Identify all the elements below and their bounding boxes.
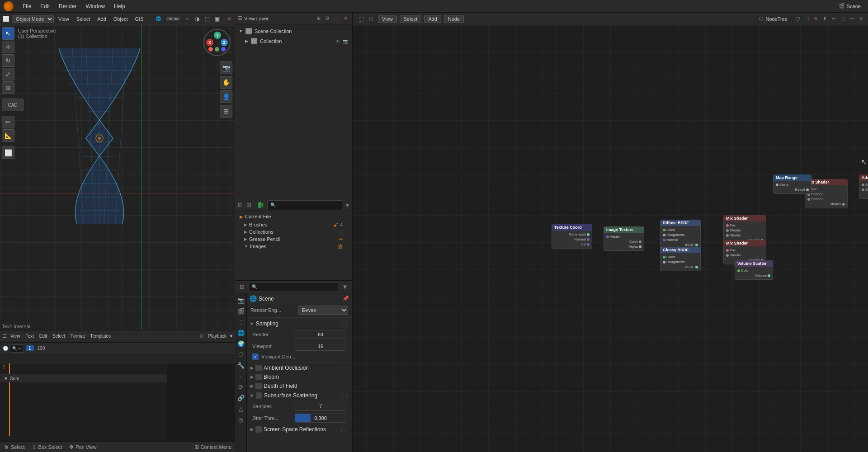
prop-icon-physics[interactable]: ⟳ bbox=[236, 382, 246, 392]
node-menu-select[interactable]: Select bbox=[400, 15, 422, 23]
viewport-denoise-checkbox[interactable]: ✓ bbox=[252, 353, 259, 360]
ambient-occlusion-section[interactable]: ▶ Ambient Occlusion ⋮⋮ bbox=[247, 363, 352, 372]
node-tool-3[interactable]: ⬚ bbox=[839, 15, 846, 23]
timeline-search[interactable]: 🔍 ⇔ bbox=[10, 344, 24, 353]
node-menu-node[interactable]: Node bbox=[444, 15, 464, 23]
viewport-close-btn[interactable]: ✕ bbox=[225, 15, 233, 23]
node-image-texture[interactable]: Image Texture Vector Color Alpha bbox=[604, 226, 644, 251]
scene-pin-btn[interactable]: 📌 bbox=[343, 296, 349, 301]
node-type-icon[interactable]: ⬚ bbox=[356, 14, 366, 24]
prop-icon-data[interactable]: △ bbox=[236, 404, 246, 414]
db-settings-btn[interactable]: ⊞ bbox=[244, 200, 254, 210]
node-diffuse[interactable]: Diffuse BSDF Color Roughness Normal BSDF bbox=[660, 220, 701, 249]
menu-edit[interactable]: Edit bbox=[36, 2, 54, 10]
outliner-fullscreen-icon[interactable]: ⬚ bbox=[333, 15, 340, 22]
db-search-input[interactable] bbox=[278, 202, 340, 208]
render-engine-select[interactable]: Eevee bbox=[298, 306, 348, 315]
ssr-checkbox[interactable] bbox=[255, 426, 262, 433]
render-samples-value[interactable]: 64 bbox=[295, 330, 346, 339]
prop-icon-object[interactable]: ⬡ bbox=[236, 349, 246, 359]
outliner-filter-icon[interactable]: ⊞ bbox=[315, 15, 322, 22]
prop-icon-material[interactable]: ◎ bbox=[236, 414, 246, 424]
tool-camera-add[interactable]: 📷 bbox=[220, 61, 232, 74]
menu-help[interactable]: Help bbox=[109, 2, 130, 10]
transform-mode[interactable]: Global bbox=[165, 16, 181, 21]
prop-icon-view-layer[interactable]: ⬚ bbox=[236, 317, 246, 327]
tool-rotate[interactable]: ↻ bbox=[2, 54, 14, 67]
transform-icon[interactable]: 🌐 bbox=[154, 16, 163, 21]
gizmo-y[interactable]: Y bbox=[214, 32, 221, 39]
tool-select[interactable]: ↖ bbox=[2, 27, 14, 40]
tool-ghost[interactable]: 👤 bbox=[220, 90, 232, 103]
gizmo-circle[interactable]: Y Z X bbox=[203, 29, 231, 56]
collection-item[interactable]: ▶ ⬚ Collection 👁 📷 bbox=[237, 36, 350, 46]
node-shield-icon[interactable]: 🛡 bbox=[794, 15, 801, 23]
collections-item[interactable]: ▶ Collections ⬚ bbox=[237, 228, 350, 235]
tool-hand[interactable]: ✋ bbox=[220, 76, 232, 89]
node-close-icon[interactable]: ✕ bbox=[812, 15, 819, 23]
menu-window[interactable]: Window bbox=[81, 2, 109, 10]
tool-measure[interactable]: 📐 bbox=[2, 129, 14, 142]
node-tool-4[interactable]: ↩ bbox=[848, 15, 855, 23]
prop-icon-scene[interactable]: 🌐 bbox=[236, 328, 246, 338]
prop-icon-particles[interactable]: · bbox=[236, 371, 246, 381]
tool-grid[interactable]: ⊞ bbox=[220, 105, 232, 118]
ssr-section[interactable]: ▶ Screen Space Reflections ⋮⋮ bbox=[247, 425, 352, 434]
tool-annotate[interactable]: ✏ bbox=[2, 116, 14, 128]
camera-icon-outliner[interactable]: 📷 bbox=[343, 39, 348, 44]
node-tool-5[interactable]: ✕ bbox=[857, 15, 864, 23]
sampling-header[interactable]: ▼ Sampling ⋮⋮ bbox=[247, 319, 352, 329]
props-search-input[interactable] bbox=[259, 284, 335, 290]
playback-arrow[interactable]: ▾ bbox=[230, 334, 232, 339]
nodetree-selector[interactable]: ⬡ NodeTree bbox=[759, 16, 788, 22]
viewport-overlay-icon[interactable]: ○ bbox=[183, 15, 191, 23]
viewport-samples-value[interactable]: 16 bbox=[295, 342, 346, 351]
dof-checkbox[interactable] bbox=[255, 383, 262, 389]
images-item[interactable]: ▼ Images 🖼 bbox=[237, 243, 350, 250]
bloom-menu-dots[interactable]: ⋮⋮ bbox=[339, 375, 348, 380]
menu-select-3d[interactable]: Select bbox=[74, 15, 93, 23]
outliner-close-icon[interactable]: ✕ bbox=[342, 15, 349, 22]
node-menu-view[interactable]: View bbox=[378, 15, 397, 23]
sss-jitter-value[interactable]: 0.300 bbox=[295, 414, 346, 423]
sss-header[interactable]: ▼ Subsurface Scattering ⋮⋮ bbox=[247, 391, 352, 400]
node-glossy[interactable]: Glossy BSDF Color Roughness BSDF bbox=[660, 247, 701, 271]
tool-scale[interactable]: ⤢ bbox=[2, 68, 14, 80]
current-frame[interactable]: 1 bbox=[26, 345, 34, 351]
node-tool-2[interactable]: ↩ bbox=[830, 15, 837, 23]
ao-checkbox[interactable] bbox=[255, 365, 262, 371]
outliner-settings-icon[interactable]: ⚙ bbox=[324, 15, 331, 22]
prop-icon-render[interactable]: 📷 bbox=[236, 295, 246, 305]
node-add-shader[interactable]: Add Shader Shader Shader Shader bbox=[859, 174, 868, 199]
vp-menu-text[interactable]: Text bbox=[26, 334, 34, 339]
node-tool-1[interactable]: ⬆ bbox=[821, 15, 828, 23]
viewport-xray-icon[interactable]: ⬚ bbox=[203, 15, 211, 23]
prop-icon-modifier[interactable]: 🔧 bbox=[236, 360, 246, 370]
depth-of-field-section[interactable]: ▶ Depth of Field ⋮⋮ bbox=[247, 381, 352, 391]
bloom-section[interactable]: ▶ Bloom ⋮⋮ bbox=[247, 372, 352, 381]
menu-render[interactable]: Render bbox=[54, 2, 81, 10]
props-search[interactable]: 🔍 bbox=[249, 282, 338, 292]
brushes-item[interactable]: ▶ Brushes 🖌 4 bbox=[237, 221, 350, 228]
ao-menu-dots[interactable]: ⋮⋮ bbox=[339, 366, 348, 371]
prop-icon-output[interactable]: 🎬 bbox=[236, 306, 246, 316]
current-file-section[interactable]: ▶ Current File bbox=[237, 212, 350, 221]
node-bottom-extra[interactable]: Volume Scatter Color Volume bbox=[735, 260, 773, 280]
prop-icon-world[interactable]: 🌍 bbox=[236, 339, 246, 348]
props-settings-btn[interactable]: ⊞ bbox=[237, 282, 247, 292]
viewport-wireframe-icon[interactable]: ▣ bbox=[213, 15, 221, 23]
tool-move[interactable]: ✛ bbox=[2, 41, 14, 53]
vp-menu-templates[interactable]: Templates bbox=[90, 334, 111, 339]
menu-object-3d[interactable]: Object bbox=[111, 15, 131, 23]
clock-icon[interactable]: ⏱ bbox=[200, 334, 204, 339]
dof-menu-dots[interactable]: ⋮⋮ bbox=[339, 384, 348, 389]
gizmo-x[interactable]: X bbox=[206, 39, 213, 46]
tool-cad[interactable]: CAD bbox=[2, 99, 24, 111]
node-tex-coord[interactable]: Texture Coord Generated Normal UV bbox=[552, 224, 592, 249]
menu-view-3d[interactable]: View bbox=[56, 15, 72, 23]
blender-logo[interactable] bbox=[4, 1, 14, 11]
object-mode-select[interactable]: Object Mode bbox=[12, 15, 54, 23]
vp-menu-edit[interactable]: Edit bbox=[39, 334, 47, 339]
eye-icon[interactable]: 👁 bbox=[335, 39, 340, 44]
nav-gizmo[interactable]: Y Z X bbox=[203, 29, 231, 56]
